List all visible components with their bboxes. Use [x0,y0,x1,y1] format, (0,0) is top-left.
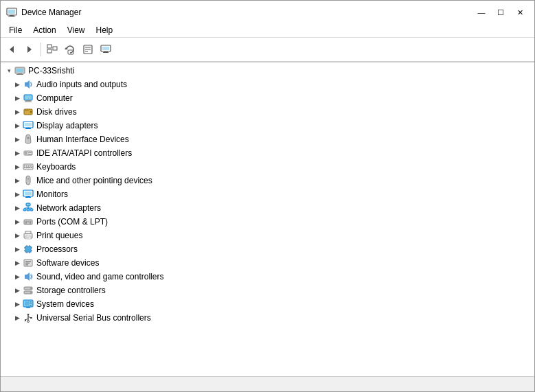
tree-item-sound[interactable]: ▶ Sound, video and game controllers [1,270,534,284]
mouse-toggle[interactable]: ▶ [12,175,23,186]
svg-marker-86 [25,273,30,281]
monitor-toggle[interactable]: ▶ [12,189,23,200]
minimize-button[interactable]: — [473,6,490,19]
keyboard-icon [23,161,34,172]
system-toggle[interactable]: ▶ [12,299,23,310]
svg-rect-32 [26,128,30,128]
computer-label: Computer [36,93,73,103]
disk-label: Disk drives [36,107,77,117]
svg-rect-18 [103,52,109,53]
svg-rect-33 [25,128,31,129]
svg-rect-50 [25,192,32,195]
svg-rect-42 [26,165,27,167]
svg-point-66 [30,222,31,224]
menu-bar: File Action View Help [1,23,534,38]
ports-icon [23,216,34,227]
hid-icon [23,134,34,145]
tree-view-button[interactable] [44,41,60,58]
keyboard-toggle[interactable]: ▶ [12,161,23,172]
svg-rect-1 [8,10,15,14]
hid-toggle[interactable]: ▶ [12,134,23,145]
tree-item-usb[interactable]: ▶ Universal Serial Bus controllers [1,311,534,325]
tree-item-ide[interactable]: ▶ IDE ATA/ATAPI controllers [1,146,534,160]
mouse-icon [23,175,34,186]
svg-rect-16 [102,47,109,50]
svg-rect-102 [25,319,26,321]
processor-label: Processors [36,244,78,254]
tree-item-software[interactable]: ▶ Software devices [1,256,534,270]
monitor-button[interactable] [98,41,114,58]
hid-label: Human Interface Devices [36,135,129,144]
svg-rect-84 [25,263,30,264]
audio-toggle[interactable]: ▶ [12,79,23,90]
close-button[interactable]: ✕ [511,6,529,19]
tree-item-keyboard[interactable]: ▶ Keyboards [1,160,534,174]
tree-item-hid[interactable]: ▶ Human Interface Devices [1,132,534,146]
svg-rect-37 [25,152,27,154]
svg-rect-24 [24,95,32,100]
print-label: Print queues [36,231,82,240]
tree-item-computer[interactable]: ▶ Computer [1,91,534,105]
tree-root[interactable]: ▾ PC-33Srishti [1,64,534,78]
computer-toggle[interactable]: ▶ [12,93,23,104]
storage-toggle[interactable]: ▶ [12,285,23,296]
tree-item-disk[interactable]: ▶ Disk drives [1,105,534,119]
tree-item-system[interactable]: ▶ System devices [1,297,534,311]
svg-rect-2 [10,15,14,16]
maximize-button[interactable]: ☐ [492,6,510,19]
tree-panel[interactable]: ▾ PC-33Srishti ▶ [1,62,534,376]
menu-view[interactable]: View [62,24,91,36]
menu-action[interactable]: Action [27,24,61,36]
menu-help[interactable]: Help [91,24,119,36]
network-toggle[interactable]: ▶ [12,203,23,214]
tree-item-display[interactable]: ▶ Display adapters [1,119,534,132]
svg-rect-38 [28,152,32,153]
svg-point-103 [27,321,30,323]
refresh-button[interactable] [62,41,78,58]
display-label: Display adapters [36,121,98,130]
disk-toggle[interactable]: ▶ [12,106,23,117]
svg-rect-68 [25,231,31,233]
software-toggle[interactable]: ▶ [12,257,23,268]
device-manager-window: Device Manager — ☐ ✕ File Action View He… [0,0,535,392]
svg-rect-56 [30,209,33,211]
svg-rect-52 [25,197,31,198]
print-toggle[interactable]: ▶ [12,230,23,241]
disk-icon [23,106,34,117]
tree-item-print[interactable]: ▶ Print queues [1,229,534,242]
tree-item-ports[interactable]: ▶ Ports (COM & LPT) [1,215,534,229]
app-icon [6,7,17,18]
toolbar-sep-1 [41,43,41,56]
tree-item-monitor[interactable]: ▶ Monitors [1,187,534,201]
tree-item-network[interactable]: ▶ Network adapters [1,201,534,215]
forward-button[interactable] [21,41,38,58]
root-toggle[interactable]: ▾ [3,65,14,76]
svg-rect-93 [30,301,32,303]
svg-point-90 [30,292,32,293]
svg-point-65 [25,222,27,224]
svg-marker-98 [27,314,30,316]
ide-toggle[interactable]: ▶ [12,148,23,159]
usb-toggle[interactable]: ▶ [12,312,23,323]
properties-button[interactable] [80,41,96,58]
menu-file[interactable]: File [3,24,27,36]
back-button[interactable] [3,41,20,58]
tree-item-audio[interactable]: ▶ Audio inputs and outputs [1,78,534,91]
keyboard-label: Keyboards [36,162,76,172]
sound-toggle[interactable]: ▶ [12,271,23,282]
tree-item-processor[interactable]: ▶ Processors [1,242,534,256]
tree-item-mouse[interactable]: ▶ Mice and other pointing devices [1,174,534,187]
system-icon [23,299,34,310]
display-toggle[interactable]: ▶ [12,120,23,131]
svg-point-89 [30,288,32,289]
svg-rect-3 [8,16,15,17]
processor-toggle[interactable]: ▶ [12,244,23,255]
usb-icon [23,312,34,323]
tree-item-storage[interactable]: ▶ Storage controllers [1,284,534,297]
svg-marker-5 [27,46,32,53]
ports-toggle[interactable]: ▶ [12,216,23,227]
title-bar-controls: — ☐ ✕ [473,6,529,19]
monitor-icon [23,189,34,200]
svg-rect-47 [31,168,32,169]
mouse-label: Mice and other pointing devices [36,176,152,185]
